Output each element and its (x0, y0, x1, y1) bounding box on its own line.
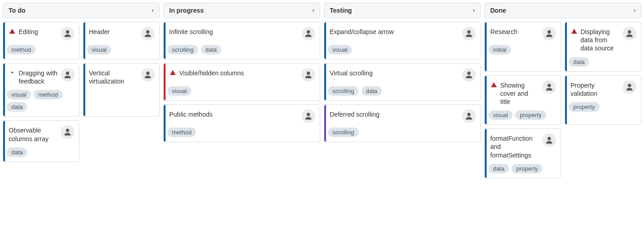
kanban-card[interactable]: Headervisual (83, 22, 160, 59)
avatar[interactable] (623, 80, 636, 94)
avatar[interactable] (61, 68, 74, 82)
kanban-card[interactable]: Showing cover and titlevisualproperty (484, 75, 561, 125)
kanban-card[interactable]: Vertical virtualization (83, 63, 160, 117)
card-stripe (164, 105, 166, 142)
card-stripe (485, 129, 487, 178)
column-body: ResearchinitialDisplaying data from data… (484, 18, 641, 178)
kanban-card[interactable]: Editingmethod (3, 22, 79, 59)
avatar[interactable] (623, 27, 636, 40)
card-title: Deferred scrolling (330, 109, 459, 118)
card-title: Research (490, 27, 540, 36)
column-header[interactable]: To do‹ (3, 3, 160, 18)
avatar[interactable] (302, 27, 315, 40)
column-title: In progress (169, 7, 204, 14)
card-stripe (565, 76, 567, 125)
kanban-board: To do‹EditingmethodHeadervisualDragging … (3, 3, 641, 178)
avatar[interactable] (542, 133, 556, 147)
kanban-card[interactable]: Researchinitial (484, 22, 561, 72)
card-tags: dataproperty (488, 164, 556, 173)
avatar[interactable] (61, 125, 74, 139)
card-stripe (324, 22, 326, 59)
column-header[interactable]: Done› (484, 3, 641, 18)
kanban-card[interactable]: Dragging with feedbackvisualmethoddata (3, 63, 79, 117)
card-tags: visual (167, 86, 315, 96)
kanban-card[interactable]: Displaying data from data sourcedata (565, 22, 641, 72)
tag[interactable]: method (167, 128, 196, 137)
caret-down-icon (9, 69, 16, 76)
tag[interactable]: data (569, 57, 589, 67)
card-stripe (485, 76, 487, 125)
avatar[interactable] (302, 109, 315, 123)
tag[interactable]: visual (488, 110, 512, 120)
tag[interactable]: scrolling (328, 86, 359, 96)
tag[interactable]: data (201, 45, 221, 54)
kanban-card[interactable]: Property validationproperty (565, 75, 641, 125)
column-title: To do (9, 7, 25, 14)
card-tags: scrollingdata (328, 86, 476, 96)
avatar[interactable] (61, 27, 74, 40)
card-title: formatFunction and formatSettings (490, 133, 540, 159)
tag[interactable]: data (7, 102, 27, 112)
tag[interactable]: initial (488, 45, 511, 54)
tag[interactable]: data (488, 164, 509, 173)
avatar[interactable] (542, 80, 556, 94)
alert-icon (490, 81, 498, 89)
kanban-card[interactable]: Observable columns arraydata (3, 120, 79, 162)
card-stripe (324, 64, 326, 100)
avatar[interactable] (462, 109, 476, 123)
tag[interactable]: visual (87, 45, 111, 54)
card-stripe (83, 22, 85, 59)
column-done: Done›ResearchinitialDisplaying data from… (484, 3, 641, 178)
card-title: Infinite scrolling (169, 27, 299, 36)
kanban-card[interactable]: Expand/collapse arrowvisual (324, 22, 481, 59)
column-header[interactable]: Testing‹ (324, 3, 481, 18)
card-stripe (3, 64, 5, 116)
chevron-left-icon[interactable]: ‹ (152, 7, 154, 14)
card-tags: visual (328, 45, 476, 54)
card-stripe (164, 64, 166, 100)
kanban-card[interactable]: Infinite scrollingscrollingdata (163, 22, 320, 59)
card-tags: data (7, 148, 74, 157)
tag[interactable]: property (515, 110, 546, 120)
chevron-left-icon[interactable]: ‹ (312, 7, 314, 14)
column-header[interactable]: In progress‹ (163, 3, 320, 18)
avatar[interactable] (141, 27, 155, 40)
kanban-card[interactable]: formatFunction and formatSettingsdatapro… (484, 128, 561, 178)
avatar[interactable] (542, 27, 556, 40)
avatar[interactable] (141, 68, 155, 82)
kanban-card[interactable]: Visible/hidden columnsvisual (163, 63, 320, 101)
tag[interactable]: property (512, 164, 542, 173)
card-title: Header (89, 27, 138, 36)
card-title: Public methods (169, 109, 299, 118)
tag[interactable]: scrolling (328, 128, 359, 137)
tag[interactable]: data (361, 86, 382, 96)
chevron-right-icon[interactable]: › (634, 7, 635, 14)
column-title: Done (490, 7, 506, 14)
card-title: Showing cover and title (500, 80, 540, 106)
tag[interactable]: data (7, 148, 27, 157)
card-tags: initial (488, 45, 556, 54)
avatar[interactable] (302, 68, 315, 82)
chevron-left-icon[interactable]: ‹ (473, 7, 475, 14)
tag[interactable]: method (7, 45, 35, 54)
avatar[interactable] (462, 68, 476, 82)
card-stripe (565, 22, 567, 71)
kanban-card[interactable]: Public methodsmethod (163, 104, 320, 142)
card-tags: property (569, 102, 636, 112)
tag[interactable]: visual (328, 45, 352, 54)
tag[interactable]: visual (167, 86, 191, 96)
column-body: Expand/collapse arrowvisualVirtual scrol… (324, 18, 481, 142)
kanban-card[interactable]: Deferred scrollingscrolling (324, 104, 481, 142)
card-title: Virtual scrolling (330, 68, 459, 77)
card-title: Displaying data from data source (581, 27, 620, 53)
card-tags: scrollingdata (167, 45, 315, 54)
card-stripe (485, 22, 487, 71)
tag[interactable]: property (569, 102, 600, 112)
tag[interactable]: method (34, 90, 62, 99)
kanban-card[interactable]: Virtual scrollingscrollingdata (324, 63, 481, 101)
tag[interactable]: visual (7, 90, 31, 99)
tag[interactable]: scrolling (167, 45, 198, 54)
alert-icon (9, 28, 16, 35)
avatar[interactable] (462, 27, 476, 40)
card-tags: visual (87, 45, 155, 54)
